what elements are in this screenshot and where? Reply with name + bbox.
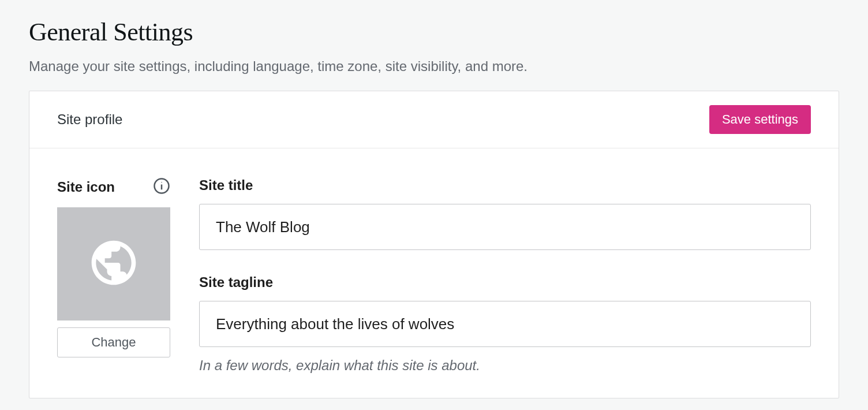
card-header: Site profile Save settings [29,91,839,148]
change-icon-button[interactable]: Change [57,327,170,357]
save-settings-button[interactable]: Save settings [709,105,811,134]
site-tagline-input[interactable] [199,301,811,347]
info-icon[interactable] [153,177,170,197]
site-title-input[interactable] [199,204,811,250]
site-icon-label: Site icon [57,179,115,195]
fields-column: Site title Site tagline In a few words, … [199,177,811,398]
site-icon-section: Site icon [57,177,170,398]
site-tagline-label: Site tagline [199,274,811,290]
page-title: General Settings [29,17,839,47]
site-title-field-group: Site title [199,177,811,250]
site-tagline-help: In a few words, explain what this site i… [199,357,811,374]
site-profile-card: Site profile Save settings Site icon [29,91,839,398]
page-subtitle: Manage your site settings, including lan… [29,58,839,74]
site-title-label: Site title [199,177,811,193]
svg-point-2 [161,182,162,183]
site-icon-preview[interactable] [57,207,170,320]
card-body: Site icon [29,148,839,398]
site-tagline-field-group: Site tagline In a few words, explain wha… [199,274,811,374]
globe-icon [87,236,140,292]
card-title: Site profile [57,111,122,128]
